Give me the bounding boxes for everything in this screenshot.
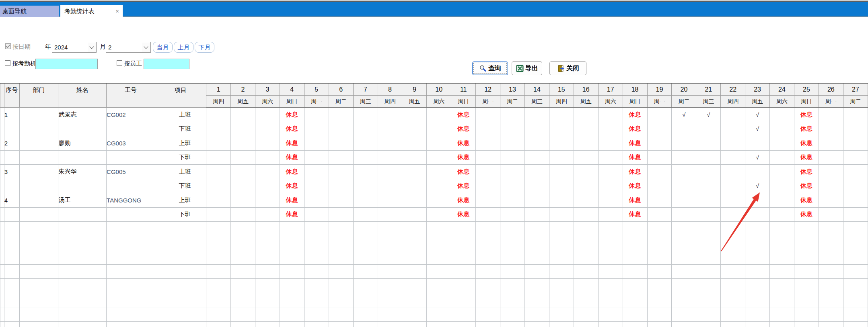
empty-cell: [770, 321, 794, 327]
attendance-cell: [819, 122, 843, 136]
current-month-button[interactable]: 当月: [153, 42, 173, 53]
shift-cell: 下班: [155, 179, 206, 193]
employee-input[interactable]: [144, 59, 189, 69]
empty-cell: [155, 307, 206, 322]
empty-cell: [574, 293, 598, 307]
empty-cell: [549, 264, 574, 279]
tab-desktop-nav[interactable]: 桌面导航: [0, 6, 59, 17]
attendance-cell: [574, 165, 598, 179]
attendance-cell: [843, 179, 868, 193]
table-row: 下班休息休息休息√休息: [0, 150, 868, 165]
name-cell: 武景志: [58, 108, 107, 122]
weekday-header: 周四: [721, 96, 745, 108]
empty-cell: [721, 321, 745, 327]
attendance-cell: [231, 108, 255, 122]
attendance-cell: [672, 179, 696, 193]
attendance-cell: [402, 193, 427, 208]
seq-cell: [4, 207, 19, 222]
device-input[interactable]: [35, 59, 98, 69]
attendance-cell: [427, 207, 451, 222]
attendance-cell: [525, 136, 549, 151]
empty-cell: [451, 279, 476, 293]
weekday-header: 周二: [329, 96, 353, 108]
attendance-cell: [525, 108, 549, 122]
empty-cell: [500, 321, 525, 327]
prev-month-button[interactable]: 上月: [174, 42, 193, 53]
empty-cell: [696, 250, 721, 265]
empty-cell: [378, 236, 402, 250]
attendance-cell: [721, 165, 745, 179]
empty-cell: [525, 293, 549, 307]
attendance-cell: [770, 165, 794, 179]
day-number-header: 17: [598, 83, 623, 96]
attendance-cell: [427, 150, 451, 165]
attendance-cell: [427, 165, 451, 179]
attendance-cell: [231, 193, 255, 208]
attendance-cell: [549, 108, 574, 122]
close-icon[interactable]: ×: [115, 5, 119, 17]
empty-cell: [107, 250, 155, 265]
attendance-cell: [598, 150, 623, 165]
tab-attendance-report[interactable]: 考勤统计表 ×: [60, 5, 123, 17]
name-cell: 朱兴华: [58, 165, 107, 179]
attendance-cell: [304, 179, 329, 193]
month-select[interactable]: 2: [106, 42, 151, 53]
attendance-cell: [721, 207, 745, 222]
query-button[interactable]: 查询: [472, 61, 508, 75]
weekday-header: 周日: [451, 96, 476, 108]
attendance-cell: 休息: [451, 165, 476, 179]
by-device-checkbox[interactable]: [5, 60, 10, 66]
day-number-header: 19: [647, 83, 672, 96]
empty-cell: [231, 321, 255, 327]
weekday-header: 周六: [598, 96, 623, 108]
empty-cell: [598, 264, 623, 279]
attendance-cell: [206, 108, 231, 122]
empty-cell: [647, 307, 672, 322]
attendance-cell: [402, 207, 427, 222]
attendance-cell: [843, 122, 868, 136]
seq-cell: [4, 122, 19, 136]
empty-cell: [476, 264, 500, 279]
attendance-cell: [770, 193, 794, 208]
attendance-cell: [255, 193, 280, 208]
attendance-cell: [647, 179, 672, 193]
name-cell: 廖勋: [58, 136, 107, 151]
empty-cell: [721, 250, 745, 265]
attendance-cell: [672, 136, 696, 151]
row-gutter-cell: [0, 264, 4, 279]
dept-cell: [19, 165, 58, 179]
empty-cell: [476, 222, 500, 236]
by-date-checkbox[interactable]: [5, 43, 11, 49]
empty-cell: [672, 264, 696, 279]
empty-cell: [525, 250, 549, 265]
empty-cell: [647, 250, 672, 265]
empty-cell: [4, 293, 19, 307]
empty-cell: [819, 222, 843, 236]
empty-cell: [451, 222, 476, 236]
empty-cell: [4, 250, 19, 265]
close-button[interactable]: 关闭: [549, 61, 586, 75]
shift-cell: 上班: [155, 165, 206, 179]
empty-row: [0, 321, 868, 327]
empty-cell: [745, 236, 770, 250]
next-month-button[interactable]: 下月: [195, 42, 214, 53]
attendance-cell: [598, 108, 623, 122]
year-select[interactable]: 2024: [52, 42, 97, 53]
by-employee-label: 按员工: [124, 60, 142, 67]
attendance-cell: [574, 207, 598, 222]
table-row: 3朱兴华CG005上班休息休息休息休息: [0, 165, 868, 179]
attendance-cell: [231, 165, 255, 179]
chevron-down-icon[interactable]: [142, 43, 150, 52]
export-button[interactable]: 导出: [512, 61, 542, 75]
by-employee-checkbox[interactable]: [117, 60, 122, 66]
empty-cell: [672, 222, 696, 236]
attendance-cell: [647, 108, 672, 122]
attendance-grid-container: 序号部门姓名工号项目123456789101112131415161718192…: [0, 83, 868, 327]
chevron-down-icon[interactable]: [88, 43, 96, 52]
attendance-cell: [402, 179, 427, 193]
attendance-cell: 休息: [451, 207, 476, 222]
empty-cell: [206, 222, 231, 236]
weekday-header: 周日: [280, 96, 304, 108]
app-window: 桌面导航 考勤统计表 × 按日期 年 2024 月 2 当月 上月 下月 按考勤…: [0, 0, 868, 327]
attendance-cell: [819, 165, 843, 179]
